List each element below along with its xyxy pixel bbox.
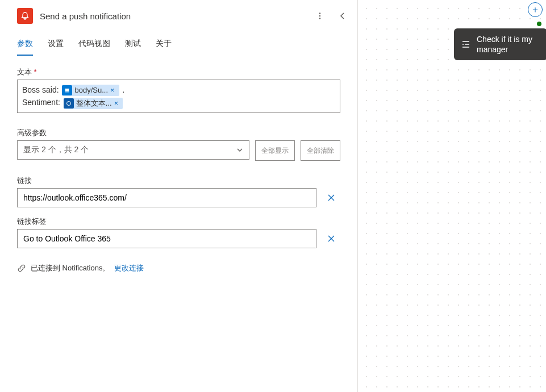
svg-rect-4: [65, 89, 69, 91]
adv-select-text: 显示 2 个，共 2 个: [23, 145, 89, 155]
adv-select[interactable]: 显示 2 个，共 2 个: [17, 140, 249, 160]
text-input[interactable]: Boss said: body/Su... × . Sentiment: 整体文…: [17, 80, 340, 113]
svg-point-1: [319, 15, 320, 16]
tab-settings[interactable]: 设置: [48, 35, 64, 56]
token-body-remove[interactable]: ×: [108, 84, 117, 97]
tab-about[interactable]: 关于: [156, 35, 172, 56]
condition-node[interactable]: Check if it is my manager: [454, 28, 546, 60]
clear-all-button[interactable]: 全部清除: [301, 140, 340, 161]
link-input[interactable]: [17, 188, 316, 207]
status-dot: [537, 22, 541, 26]
link-clear[interactable]: [322, 189, 340, 207]
connection-text: 已连接到 Notifications。: [31, 263, 110, 273]
text-prefix-1: Boss said:: [22, 85, 59, 94]
tab-codeview[interactable]: 代码视图: [78, 35, 110, 56]
chevron-down-icon: [236, 147, 243, 153]
canvas[interactable]: ＋ Check if it is my manager True ＋ Html …: [358, 0, 546, 392]
svg-point-0: [319, 12, 320, 14]
link-label: 链接: [17, 176, 340, 186]
text-mid: .: [123, 85, 125, 94]
details-panel: Send a push notification 参数 设置 代码视图 测试 关…: [0, 0, 358, 392]
token-sentiment[interactable]: 整体文本... ×: [64, 98, 123, 109]
more-button[interactable]: [312, 8, 328, 24]
tab-test[interactable]: 测试: [125, 35, 141, 56]
show-all-button[interactable]: 全部显示: [255, 140, 295, 161]
bell-icon: [17, 8, 33, 24]
linklabel-clear[interactable]: [322, 230, 340, 248]
change-connection[interactable]: 更改连接: [114, 263, 144, 273]
token-body-text: body/Su...: [74, 84, 108, 97]
svg-point-2: [319, 18, 320, 19]
condition-icon: [460, 38, 472, 51]
token-body[interactable]: body/Su... ×: [62, 85, 119, 96]
cognitive-icon: [64, 98, 74, 109]
form: 文本 Boss said: body/Su... × . Sentiment: …: [0, 56, 357, 273]
linklabel-input[interactable]: [17, 229, 316, 248]
token-sentiment-text: 整体文本...: [76, 97, 112, 110]
add-button-top[interactable]: ＋: [528, 2, 543, 17]
text-label: 文本: [17, 67, 340, 77]
link-icon: [17, 264, 26, 273]
tabs: 参数 设置 代码视图 测试 关于: [0, 32, 357, 56]
condition-title: Check if it is my manager: [477, 34, 539, 55]
outlook-icon: [62, 85, 72, 95]
adv-label: 高级参数: [17, 128, 340, 138]
connection-row: 已连接到 Notifications。 更改连接: [17, 263, 340, 273]
svg-point-5: [66, 101, 70, 105]
panel-title: Send a push notification: [40, 11, 305, 21]
panel-header: Send a push notification: [0, 0, 357, 32]
collapse-button[interactable]: [335, 8, 351, 24]
text-prefix-2: Sentiment:: [22, 98, 60, 107]
token-sentiment-remove[interactable]: ×: [112, 97, 121, 110]
linklabel-label: 链接标签: [17, 216, 340, 227]
tab-params[interactable]: 参数: [17, 35, 33, 56]
